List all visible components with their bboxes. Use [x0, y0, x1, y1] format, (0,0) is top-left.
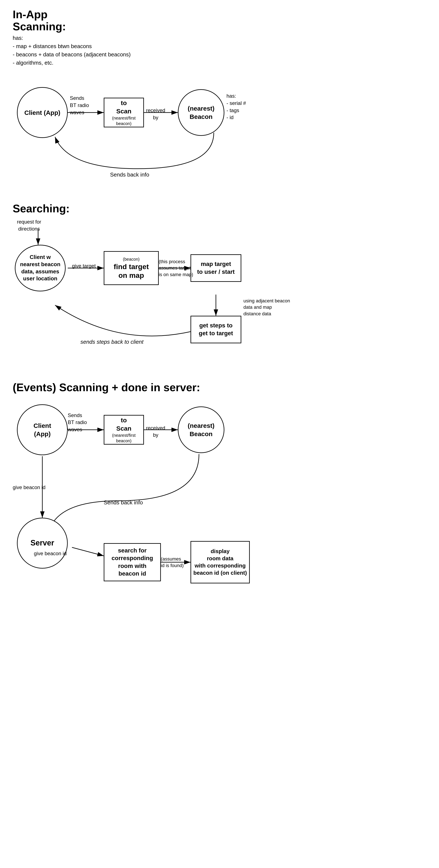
adjacent-beacon-label: using adjacent beacondata and mapdistanc… — [243, 298, 290, 317]
scan-sub-1: (nearest/first beacon) — [106, 115, 141, 126]
scan-sub-3: (nearest/first beacon) — [106, 433, 141, 443]
section1-notes: has:- map + distances btwn beacons- beac… — [13, 34, 426, 67]
find-node: (beacon) find targeton map — [104, 251, 159, 285]
diagram-scanning: Client (App) toScan (nearest/first beaco… — [13, 75, 426, 186]
sends-steps-label: sends steps back to client — [80, 338, 143, 346]
beacon-notes-1: has:- serial #- tags- id — [227, 92, 246, 121]
section-searching: Searching: request fordirec — [13, 203, 426, 364]
section-in-app-scanning: In-AppScanning: has:- map + distances bt… — [13, 8, 426, 186]
beacon-node-3: (nearest)Beacon — [178, 406, 224, 453]
scan-node-1: toScan (nearest/first beacon) — [104, 98, 144, 127]
give-beacon-id-label: give beacon id — [13, 484, 45, 491]
arrow1-label-1: SendsBT radiowaves — [70, 94, 89, 116]
sendback-label-1: Sends back info — [110, 171, 149, 179]
client-node-3: Client(App) — [17, 404, 68, 455]
map-target-node: map targetto user / start — [191, 254, 241, 282]
arrow2-label-3: receivedby — [146, 425, 165, 439]
get-steps-node: get steps toget to target — [191, 316, 241, 343]
display-room-node: displayroom datawith correspondingbeacon… — [191, 541, 250, 583]
diagram-events: Client(App) toScan (nearest/first beacon… — [13, 395, 426, 602]
beacon-node-1: (nearest)Beacon — [178, 89, 224, 136]
arrow1-label-3: SendsBT radiowaves — [68, 412, 87, 433]
search-room-node: search forcorrespondingroom withbeacon i… — [104, 543, 161, 581]
assumes-label: (assumesid is found) — [161, 556, 184, 569]
this-process-label: (this processassumes targetis on same ma… — [159, 258, 193, 278]
arrow2-label-1: receivedby — [146, 107, 165, 121]
svg-line-14 — [72, 547, 104, 556]
section2-title: Searching: — [13, 203, 426, 215]
request-label: request fordirections — [17, 218, 41, 232]
client-node-1: Client (App) — [17, 87, 68, 138]
section3-title: (Events) Scanning + done in server: — [13, 381, 426, 394]
section1-title: In-AppScanning: — [13, 8, 426, 33]
section-events: (Events) Scanning + done in server: — [13, 381, 426, 602]
give-beacon-id-label2: give beacon id — [34, 550, 67, 557]
sendback-label-3: Sends back info — [104, 499, 143, 506]
scan-node-3: toScan (nearest/first beacon) — [104, 415, 144, 444]
diagram-searching: request fordirections Client wnearest be… — [13, 216, 426, 365]
give-target-label: give target — [72, 262, 96, 270]
server-node: Server — [17, 518, 68, 568]
client-node-2: Client wnearest beacondata, assumesuser … — [15, 245, 66, 291]
